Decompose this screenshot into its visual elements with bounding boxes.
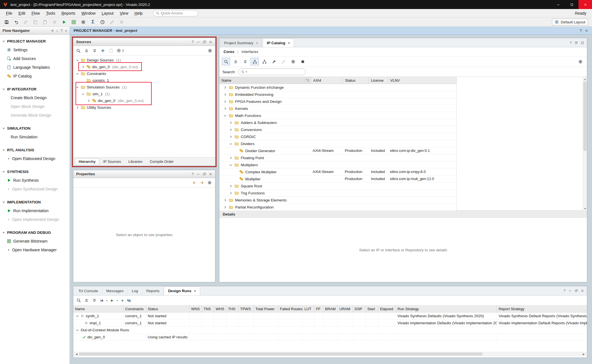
layout-selector[interactable]: Default Layout (552, 19, 588, 25)
paste-button[interactable] (41, 18, 49, 26)
column-header-name[interactable]: Name ^1 (219, 77, 311, 84)
menu-tools[interactable]: Tools (43, 9, 58, 17)
flownav-item-open-hardware-manager[interactable]: Open Hardware Manager (0, 245, 70, 254)
collapse-all-icon[interactable] (84, 48, 89, 53)
help-icon[interactable]: ? (580, 28, 582, 33)
catalog-row[interactable]: Kernels (219, 105, 456, 112)
column-header[interactable]: TNS (202, 305, 214, 312)
subtab-interfaces[interactable]: Interfaces (242, 50, 258, 54)
step-first-icon[interactable]: |◀ (100, 299, 103, 302)
help-icon[interactable]: ? (570, 41, 572, 45)
column-header[interactable]: Run Strategy (396, 305, 497, 312)
catalog-row-complex-multiplier[interactable]: Complex Multiplier AXI4-Stream Productio… (219, 168, 456, 176)
flownav-item-ip-catalog[interactable]: IP Catalog (0, 72, 70, 80)
scroll-right-arrow[interactable]: ▶ (582, 352, 586, 356)
close-button[interactable] (578, 0, 592, 9)
close-icon[interactable]: × (256, 41, 258, 45)
catalog-row[interactable]: Dynamic Function eXchange (219, 84, 456, 91)
close-icon[interactable] (581, 289, 584, 292)
subtab-cores[interactable]: Cores (224, 50, 234, 54)
report-sum-button[interactable]: Σ (89, 18, 97, 26)
run-button[interactable] (60, 18, 69, 26)
float-icon[interactable] (575, 289, 578, 292)
delete-button[interactable] (50, 18, 59, 26)
create-run-icon[interactable]: + (121, 298, 124, 303)
redo-button[interactable] (21, 18, 30, 26)
column-header[interactable]: LUT (303, 305, 314, 312)
expand-all-button[interactable] (241, 58, 249, 65)
minimize-icon[interactable] (568, 289, 572, 292)
tab-tcl-console[interactable]: Tcl Console (74, 286, 102, 295)
section-header-program-and-debug[interactable]: PROGRAM AND DEBUG (0, 228, 70, 237)
column-header-axi4[interactable]: AXI4 (311, 77, 343, 84)
flownav-item-open-synthesized-design[interactable]: Open Synthesized Design (0, 185, 70, 193)
flownav-item-open-implemented-design[interactable]: Open Implemented Design (0, 215, 70, 224)
flownav-item-open-block-design[interactable]: Open Block Design (0, 102, 70, 111)
program-device-button[interactable] (69, 18, 78, 26)
tab-log[interactable]: Log (128, 286, 142, 295)
catalog-row[interactable]: Floating Point (219, 154, 456, 161)
ip-settings-button[interactable] (289, 58, 297, 65)
gear-icon[interactable] (576, 58, 584, 65)
save-button[interactable] (2, 18, 11, 26)
tab-hierarchy[interactable]: Hierarchy (75, 158, 99, 165)
menu-file[interactable]: File (3, 9, 16, 17)
details-header[interactable]: Details (219, 210, 587, 218)
column-header[interactable]: Failed Routes (278, 305, 303, 312)
column-header[interactable]: DSP (353, 305, 366, 312)
flownav-item-generate-bitstream[interactable]: Generate Bitstream (0, 237, 70, 245)
tree-row-sim-div-gen-0[interactable]: div_gen_0 (div_gen_0.xci) (73, 97, 215, 104)
column-header[interactable]: Status (146, 305, 189, 312)
tree-row-constraints[interactable]: Constraints (73, 70, 215, 77)
float-icon[interactable] (575, 41, 578, 45)
catalog-row-multiplier[interactable]: Multiplier Production Included xilinx.co… (219, 176, 456, 183)
tab-reports[interactable]: Reports (142, 286, 164, 295)
column-header[interactable]: THS (226, 305, 238, 312)
expand-all-icon[interactable] (92, 48, 97, 53)
edit-button[interactable] (108, 18, 116, 26)
catalog-row-math-functions[interactable]: Math Functions (219, 112, 456, 119)
step-forward-icon[interactable]: » (116, 299, 118, 302)
catalog-row[interactable]: FPGA Features and Design (219, 98, 456, 105)
tree-row-sim-1[interactable]: sim_1 (1) (73, 90, 215, 97)
search-icon[interactable] (76, 298, 81, 303)
vertical-scrollbar[interactable]: ▲ ▼ (583, 77, 587, 211)
catalog-row[interactable]: Square Root (219, 183, 456, 190)
scroll-up-arrow[interactable]: ▲ (583, 77, 587, 81)
flownav-item-settings[interactable]: Settings (0, 45, 70, 54)
catalog-row[interactable]: Trig Functions (219, 190, 456, 197)
close-icon[interactable]: × (288, 41, 290, 45)
quick-access-search[interactable]: Quick Access (153, 10, 198, 16)
flownav-item-run-simulation[interactable]: Run Simulation (0, 132, 70, 141)
minimize-button[interactable] (551, 0, 565, 9)
search-input[interactable]: ▾ (238, 68, 306, 75)
column-header-vlnv[interactable]: VLNV (388, 77, 456, 84)
maximize-button[interactable] (565, 0, 578, 9)
step-back-icon[interactable]: « (106, 299, 107, 302)
column-header[interactable]: WHS (214, 305, 226, 312)
menu-layout[interactable]: Layout (99, 9, 117, 17)
column-header[interactable]: URAM (338, 305, 353, 312)
run-row-div-gen-0[interactable]: div_gen_0 Using cached IP results (73, 334, 587, 341)
section-header-project-manager[interactable]: PROJECT MANAGER (0, 37, 70, 45)
menu-reports[interactable]: Reports (58, 9, 78, 17)
column-header-license[interactable]: License (369, 77, 388, 84)
help-icon[interactable]: ? (192, 172, 194, 176)
scrollbar-thumb[interactable] (584, 82, 586, 151)
catalog-row-divider-generator[interactable]: Divider Generator AXI4-Stream Production… (219, 147, 456, 154)
run-group-out-of-context[interactable]: Out-of-Context Module Runs (73, 327, 587, 334)
catalog-row[interactable]: Adders & Subtracters (219, 119, 456, 126)
tree-row-constrs-1[interactable]: constrs_1 (73, 77, 215, 84)
collapse-all-icon[interactable] (84, 298, 89, 303)
catalog-row[interactable]: Conversions (219, 126, 456, 133)
percent-icon[interactable]: % (127, 298, 131, 303)
tab-compile-order[interactable]: Compile Order (146, 158, 177, 165)
column-header[interactable]: Constraints (123, 305, 146, 312)
column-header[interactable]: Elapsed (378, 305, 396, 312)
search-toggle-button[interactable] (222, 58, 230, 65)
tree-row-design-sources[interactable]: Design Sources (1) (73, 57, 215, 63)
section-header-ip-integrator[interactable]: IP INTEGRATOR (0, 85, 70, 93)
help-icon[interactable]: ? (564, 289, 566, 293)
column-header[interactable]: TPWS (238, 305, 254, 312)
back-arrow-icon[interactable] (192, 181, 196, 185)
